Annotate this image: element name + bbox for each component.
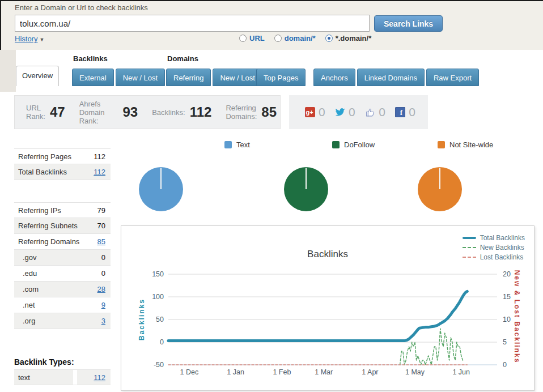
domain-input[interactable] [15,15,370,32]
twitter-counter[interactable]: 0 [335,105,355,119]
sidebar-row-label: Total Backlinks [18,168,94,176]
legend-swatch-icon [438,141,445,148]
sidebar-row-value[interactable]: 112 [94,168,105,176]
sidebar-row-label: .org [23,317,101,325]
tab-group-domains: DomainsReferringNew / Lost [166,54,262,86]
legend-item-lost-backlinks[interactable]: Lost Backlinks [463,253,525,261]
svg-text:g+: g+ [306,109,313,116]
svg-text:1 Jan: 1 Jan [227,368,244,376]
backlink-types-table: text112 [14,369,111,385]
sidebar-row-label: .com [23,285,97,293]
svg-text:-50: -50 [154,361,164,369]
tab-group-label: Domains [166,54,262,66]
tab-bar: Overview BacklinksExternalNew / LostDoma… [16,54,537,86]
radio-domain[interactable]: domain/* [274,34,316,42]
pie-legend-dofollow: DoFollow [332,140,375,149]
facebook-counter[interactable]: f 0 [395,105,415,119]
history-label: History [15,35,37,43]
tab-group-backlinks: BacklinksExternalNew / Lost [72,54,165,86]
chart-legend: Total BacklinksNew BacklinksLost Backlin… [463,233,525,261]
legend-item-label: Lost Backlinks [480,253,524,261]
sidebar-row-value: 70 [97,221,105,230]
sidebar-row-referring-domains: Referring Domains85 [14,234,111,250]
sidebar-row-referring-ips: Referring IPs79 [14,202,111,218]
radio-url[interactable]: URL [239,34,265,42]
stat-value: 112 [190,104,212,120]
svg-text:1 Feb: 1 Feb [273,368,291,376]
cell-divider [73,369,77,385]
stat-label: AhrefsDomain Rank: [79,100,118,125]
stat-value: 47 [50,104,65,120]
sidebar-row-value[interactable]: 85 [97,237,105,246]
legend-item-label: New Backlinks [480,244,524,252]
sidebar-row-value: 79 [97,206,105,215]
svg-text:20: 20 [503,270,511,278]
sidebar-row-value[interactable]: 3 [101,317,105,325]
svg-text:1 May: 1 May [405,368,425,376]
tab-external[interactable]: External [72,69,114,86]
legend-item-total-backlinks[interactable]: Total Backlinks [463,233,525,242]
stat-label: ReferringDomains: [226,104,257,121]
tab-new-lost[interactable]: New / Lost [213,69,262,86]
sidebar-row-value[interactable]: 28 [97,285,105,293]
not-site-wide-pie [418,167,462,211]
sidebar-row-label: .net [23,301,101,309]
tab-anchors[interactable]: Anchors [313,69,355,86]
sidebar-row-label: Referring IPs [18,206,97,215]
right-axis-title: New & Lost Backlinks [513,270,521,364]
twitter-icon [335,107,345,117]
backlink-type-value[interactable]: 112 [94,373,105,382]
svg-text:10: 10 [503,316,511,323]
stat-label: URLRank: [26,104,45,121]
tab-referring[interactable]: Referring [166,69,211,86]
svg-text:5: 5 [503,338,507,346]
tab-group-label: Backlinks [72,54,165,66]
history-link[interactable]: History▼ [15,35,44,43]
backlink-type-row-text: text112 [14,369,111,385]
legend-item-new-backlinks[interactable]: New Backlinks [463,243,525,252]
pie-legend-not-site-wide: Not Site-wide [438,140,493,149]
radio-domain[interactable]: *.domain/* [325,34,372,42]
pie-slice-divider [439,168,440,189]
search-links-button[interactable]: Search Links [374,15,443,32]
sidebar-row-label: Referring Domains [18,237,97,246]
gplus-counter[interactable]: g+ 0 [305,105,325,119]
legend-swatch-icon [224,141,232,148]
stat-referring-domains: ReferringDomains:85 [226,104,277,121]
sidebar-row-edu: .edu0 [14,266,111,282]
pie-legend-text: Text [224,140,250,149]
tab-group-label [313,54,479,66]
pie-legend-label: Not Site-wide [449,140,493,149]
legend-line-icon [463,247,476,248]
facebook-icon: f [395,107,405,117]
search-bar: Enter a Domain or Url to check backlinks… [0,0,543,50]
sidebar-row-label: .gov [23,253,101,262]
radio-label: domain/* [285,34,316,42]
svg-text:1 Mar: 1 Mar [315,368,333,376]
tab-linked-domains[interactable]: Linked Domains [357,69,425,86]
tab-new-lost[interactable]: New / Lost [116,69,165,86]
tab-overview[interactable]: Overview [16,66,59,86]
radio-circle-icon [274,35,282,42]
tab-raw-export[interactable]: Raw Export [426,69,479,86]
sidebar-row-referring-pages: Referring Pages112 [14,148,111,164]
stat-label: Backlinks: [152,108,185,117]
search-instruction-label: Enter a Domain or Url to check backlinks [15,3,148,12]
sidebar-row-com: .com28 [14,282,111,297]
sidebar-row-total-backlinks: Total Backlinks112 [14,164,111,180]
sidebar-row-value: 0 [101,253,105,262]
sidebar-row-label: Referring Pages [18,152,94,161]
facebook-count: 0 [409,105,415,119]
sidebar-row-value: 0 [101,269,105,278]
radio-label: URL [249,34,265,42]
svg-text:15: 15 [503,293,511,301]
tab-top-pages[interactable]: Top Pages [256,69,306,86]
sidebar-row-gov: .gov0 [14,250,111,266]
stat-backlinks: Backlinks:112 [152,104,211,120]
sidebar-row-label: .edu [23,269,101,278]
svg-text:1 Apr: 1 Apr [362,368,378,376]
sidebar-row-value[interactable]: 9 [101,301,105,309]
tab-group-2: Top Pages [256,54,306,86]
tab-strip-left-filler [0,50,16,92]
like-counter[interactable]: 0 [365,105,385,119]
